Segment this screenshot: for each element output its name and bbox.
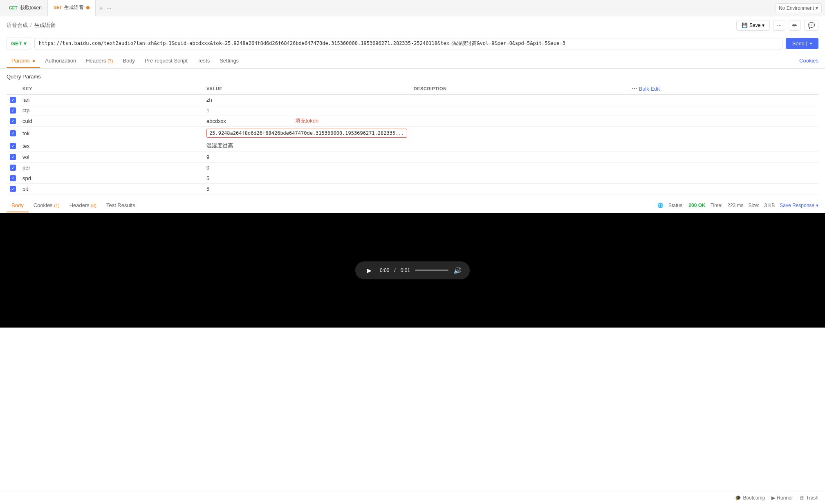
table-row: spd5 [7,173,818,184]
param-key-5[interactable]: vol [19,152,203,163]
add-tab-button[interactable]: + [99,4,103,12]
param-value-6[interactable]: 0 [203,163,410,173]
more-options-button[interactable]: ··· [773,20,785,31]
param-checkbox-0[interactable] [10,97,16,103]
tab-gen-voice[interactable]: GET 生成语音 [48,0,96,16]
send-button[interactable]: Send ▾ [786,38,818,49]
tab-authorization[interactable]: Authorization [40,54,81,68]
url-input[interactable] [34,38,782,49]
param-key-0[interactable]: lan [19,95,203,105]
env-caret-icon: ▾ [816,5,818,11]
more-tabs-button[interactable]: ··· [106,4,112,12]
tab-headers[interactable]: Headers (7) [81,54,118,68]
send-caret-icon: ▾ [806,41,812,46]
header-actions: 💾 Save ▾ ··· ✏ 💬 [736,20,818,31]
method-caret-icon: ▾ [24,40,27,47]
param-desc-6 [410,163,629,173]
param-desc-2 [410,116,629,127]
save-response-button[interactable]: Save Response ▾ [780,203,818,208]
param-key-2[interactable]: cuid [19,116,203,127]
table-row: ctp1 [7,105,818,116]
tab-dot-gen-voice [86,6,90,9]
env-select[interactable]: No Environment ▾ [775,3,822,13]
method-select[interactable]: GET ▾ [7,38,31,49]
param-checkbox-1[interactable] [10,107,16,114]
param-checkbox-2[interactable] [10,118,16,124]
param-value-5[interactable]: 9 [203,152,410,163]
response-tab-body[interactable]: Body [7,199,29,212]
param-value-8[interactable]: 5 [203,184,410,194]
bootcamp-button[interactable]: 🎓 Bootcamp [735,495,765,501]
param-checkbox-7[interactable] [10,175,16,181]
tab-get-token[interactable]: GET 获取token [3,0,48,16]
param-desc-7 [410,173,629,184]
col-check-header [7,83,19,95]
param-checkbox-3[interactable] [10,130,16,136]
param-value-7[interactable]: 5 [203,173,410,184]
param-actions-5 [629,152,818,163]
size-value: 3 KB [764,203,775,208]
tab-params[interactable]: Params ● [7,54,40,68]
video-area: ▶ 0:00 / 0:01 🔊 [0,213,825,328]
param-checkbox-6[interactable] [10,165,16,171]
response-tab-test-results[interactable]: Test Results [101,199,140,212]
tab-pre-request[interactable]: Pre-request Script [140,54,193,68]
runner-icon: ▶ [771,495,775,501]
param-actions-2 [629,116,818,127]
params-more-icon[interactable]: ··· [632,85,637,92]
tab-bar: GET 获取token GET 生成语音 + ··· No Environmen… [0,0,825,16]
response-tab-headers-badge: (8) [91,203,96,208]
param-value-3[interactable]: 填充token25.9248a264f8d6d26f68426bde647470… [203,127,410,140]
audio-player: ▶ 0:00 / 0:01 🔊 [355,261,470,279]
param-key-4[interactable]: tex [19,140,203,152]
current-time: 0:00 [380,268,389,273]
param-value-1[interactable]: 1 [203,105,410,116]
breadcrumb-parent[interactable]: 语音合成 [7,22,28,29]
params-dot: ● [32,58,35,64]
time-value: 223 ms [727,203,743,208]
tab-settings[interactable]: Settings [215,54,244,68]
runner-button[interactable]: ▶ Runner [771,495,793,501]
status-label: Status: [668,203,684,208]
globe-icon: 🌐 [657,203,664,208]
response-tab-cookies[interactable]: Cookies (1) [29,199,65,212]
response-tab-headers[interactable]: Headers (8) [65,199,101,212]
save-caret-icon: ▾ [762,22,764,28]
param-checkbox-5[interactable] [10,154,16,160]
progress-bar[interactable] [415,270,448,271]
status-value: 200 OK [688,203,705,208]
param-key-6[interactable]: per [19,163,203,173]
bottom-bar: 🎓 Bootcamp ▶ Runner 🗑 Trash [0,491,825,504]
param-value-2[interactable]: abcdxxx [203,116,410,127]
param-checkbox-4[interactable] [10,143,16,149]
table-row: tok填充token25.9248a264f8d6d26f68426bde647… [7,127,818,140]
volume-button[interactable]: 🔊 [453,267,462,274]
breadcrumb-separator: / [30,22,32,28]
param-key-8[interactable]: pit [19,184,203,194]
time-label: Time: [711,203,723,208]
edit-button[interactable]: ✏ [789,20,801,31]
bootcamp-icon: 🎓 [735,495,741,501]
param-key-3[interactable]: tok [19,127,203,140]
tok-container: 填充token25.9248a264f8d6d26f68426bde647470… [206,129,407,138]
tab-body[interactable]: Body [118,54,140,68]
breadcrumb: 语音合成 / 生成语音 [7,22,56,29]
trash-button[interactable]: 🗑 Trash [800,495,818,501]
param-value-4[interactable]: 温湿度过高 [203,140,410,152]
param-key-7[interactable]: spd [19,173,203,184]
param-key-1[interactable]: ctp [19,105,203,116]
param-checkbox-8[interactable] [10,186,16,192]
param-desc-1 [410,105,629,116]
play-button[interactable]: ▶ [363,265,375,276]
param-value-0[interactable]: zh [203,95,410,105]
tab-tests[interactable]: Tests [193,54,215,68]
save-button[interactable]: 💾 Save ▾ [736,20,770,31]
table-row: vol9 [7,152,818,163]
tab-pre-request-label: Pre-request Script [145,58,188,64]
comment-button[interactable]: 💬 [804,20,818,31]
tok-value-cell[interactable]: 25.9248a264f8d6d26f68426bde647470de.3153… [206,129,407,138]
bulk-edit-button[interactable]: Bulk Edit [639,86,660,92]
tab-headers-label: Headers [86,58,106,64]
cookies-link[interactable]: Cookies [799,58,818,64]
size-label: Size: [749,203,760,208]
